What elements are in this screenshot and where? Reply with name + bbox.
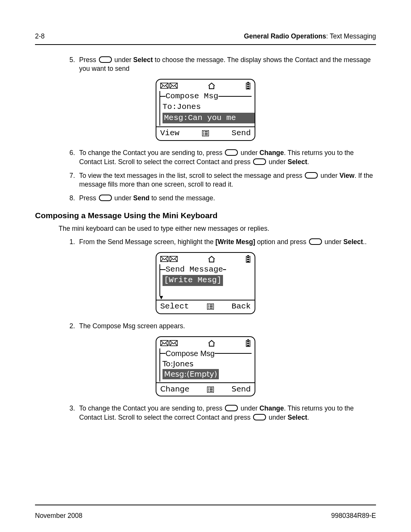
step-6: To change the Contact you are sending to… bbox=[77, 149, 376, 166]
svg-point-40 bbox=[208, 391, 209, 391]
step-8: Press under Send to send the message. bbox=[77, 194, 376, 203]
softkey-icon bbox=[253, 414, 266, 420]
step-7: To view the text messages in the list, s… bbox=[77, 171, 376, 189]
screen-title: Compose Msg bbox=[166, 91, 218, 102]
svg-point-22 bbox=[208, 305, 209, 305]
svg-rect-41 bbox=[210, 391, 213, 391]
svg-rect-18 bbox=[247, 257, 249, 258]
svg-point-8 bbox=[203, 131, 204, 132]
envelope-icon bbox=[160, 340, 169, 346]
to-line: To:Jones bbox=[162, 359, 252, 369]
svg-point-24 bbox=[208, 306, 209, 307]
svg-rect-3 bbox=[247, 82, 249, 83]
home-icon bbox=[208, 256, 215, 262]
softkey-right: Send bbox=[232, 128, 251, 139]
svg-rect-34 bbox=[247, 345, 249, 346]
write-mesg-line: [Write Mesg] bbox=[162, 275, 223, 286]
radio-screen-send: ▼ Send Message [Write Mesg] Select Back bbox=[156, 252, 255, 314]
page-number: 2-8 bbox=[35, 32, 45, 41]
header-section: General Radio Operations: Text Messaging bbox=[244, 32, 376, 41]
svg-rect-19 bbox=[247, 259, 249, 260]
softkey-icon bbox=[99, 195, 112, 201]
svg-rect-6 bbox=[247, 88, 249, 89]
step-b2: The Compose Msg screen appears. bbox=[77, 322, 376, 331]
svg-point-10 bbox=[203, 133, 204, 134]
softkey-left: View bbox=[160, 128, 179, 139]
svg-rect-11 bbox=[205, 133, 208, 134]
envelope-icon bbox=[169, 83, 178, 89]
softkey-icon bbox=[309, 238, 322, 245]
section-heading: Composing a Message Using the Mini Keybo… bbox=[35, 210, 376, 221]
svg-rect-4 bbox=[247, 84, 249, 85]
menu-icon bbox=[207, 387, 214, 393]
svg-rect-27 bbox=[210, 308, 213, 308]
home-icon bbox=[208, 82, 215, 89]
battery-icon bbox=[245, 82, 251, 89]
softkey-icon bbox=[225, 405, 238, 411]
mesg-line: Mesg:(Empty) bbox=[162, 369, 219, 379]
to-line: To:Jones bbox=[162, 102, 252, 112]
svg-rect-20 bbox=[247, 261, 249, 262]
header-rule bbox=[35, 44, 376, 45]
step-b3: To change the Contact you are sending to… bbox=[77, 404, 376, 422]
footer-rule bbox=[35, 505, 376, 505]
radio-screen-compose2: Compose Msg To:Jones Mesg:(Empty) Change… bbox=[156, 336, 255, 396]
footer-docno: 9980384R89-E bbox=[331, 511, 376, 521]
mesg-line: Mesg:Can you me bbox=[162, 113, 255, 123]
envelope-icon bbox=[160, 256, 169, 262]
svg-rect-17 bbox=[247, 255, 249, 256]
step-5: Press under Select to choose the message… bbox=[77, 56, 376, 73]
svg-rect-13 bbox=[205, 134, 208, 135]
menu-icon bbox=[207, 304, 214, 310]
step-b1: From the Send Message screen, highlight … bbox=[77, 238, 376, 247]
svg-rect-5 bbox=[247, 86, 249, 87]
battery-icon bbox=[245, 255, 251, 263]
envelope-icon bbox=[160, 83, 169, 89]
softkey-icon bbox=[225, 149, 238, 156]
screen-title: Send Message bbox=[166, 264, 223, 275]
screen-title: Compose Msg bbox=[166, 348, 215, 359]
svg-rect-32 bbox=[247, 341, 249, 342]
home-icon bbox=[208, 340, 215, 347]
battery-icon bbox=[245, 339, 251, 347]
svg-point-38 bbox=[208, 389, 209, 390]
down-arrow-icon: ▼ bbox=[159, 296, 163, 300]
svg-point-36 bbox=[208, 388, 209, 388]
svg-point-26 bbox=[208, 308, 209, 308]
softkey-left: Select bbox=[160, 301, 189, 312]
softkey-left: Change bbox=[160, 384, 190, 394]
svg-rect-31 bbox=[247, 339, 249, 340]
svg-rect-33 bbox=[247, 343, 249, 344]
svg-rect-39 bbox=[210, 389, 213, 390]
footer-date: November 2008 bbox=[35, 511, 83, 521]
softkey-icon bbox=[305, 172, 318, 179]
menu-icon bbox=[202, 130, 209, 136]
svg-rect-9 bbox=[205, 131, 208, 132]
softkey-icon bbox=[253, 158, 266, 165]
softkey-right: Send bbox=[232, 384, 251, 394]
svg-rect-23 bbox=[210, 305, 213, 305]
svg-point-12 bbox=[203, 134, 204, 135]
svg-rect-37 bbox=[210, 388, 213, 388]
svg-rect-25 bbox=[210, 306, 213, 307]
radio-screen-compose: Compose Msg To:Jones Mesg:Can you me Vie… bbox=[156, 79, 255, 141]
intro-text: The mini keyboard can be used to type ei… bbox=[59, 224, 376, 233]
softkey-icon bbox=[99, 56, 112, 63]
softkey-right: Back bbox=[232, 301, 251, 312]
envelope-icon bbox=[169, 256, 178, 262]
envelope-icon bbox=[169, 340, 178, 346]
